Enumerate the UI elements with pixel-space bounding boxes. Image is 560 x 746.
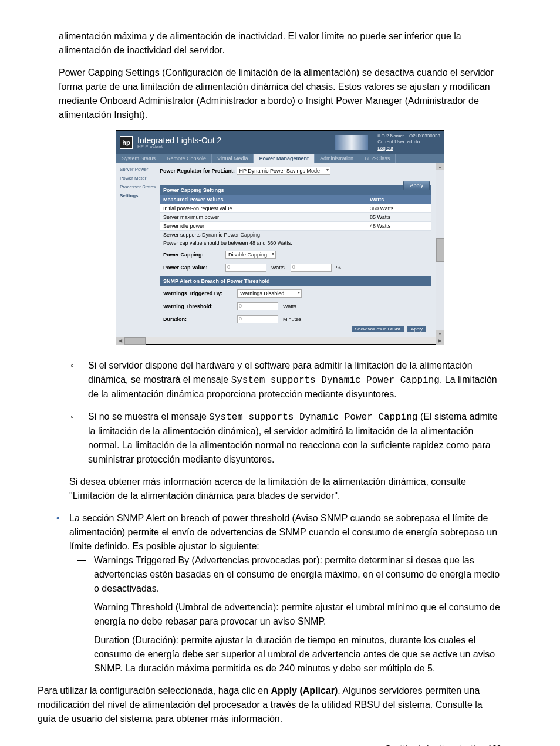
header-banner-image bbox=[335, 135, 368, 150]
hp-logo-icon: hp bbox=[120, 136, 133, 149]
warnings-triggered-label: Warnings Triggered By: bbox=[163, 291, 234, 296]
toggle-units-button[interactable]: Show values in Btu/hr bbox=[352, 326, 404, 332]
list-item: Si el servidor dispone del hardware y el… bbox=[88, 359, 501, 401]
regulator-select[interactable]: HP Dynamic Power Savings Mode bbox=[237, 167, 330, 175]
code-text: System supports Dynamic Power Capping bbox=[231, 375, 440, 386]
note-cap-range: Power cap value should be between 48 and… bbox=[160, 239, 431, 247]
app-subtitle: HP ProLiant bbox=[137, 144, 221, 149]
power-cap-value-label: Power Cap Value: bbox=[163, 265, 222, 271]
col-watts: Watts bbox=[366, 195, 431, 204]
top-tabs: System Status Remote Console Virtual Med… bbox=[116, 154, 444, 163]
sidebar-processor-states[interactable]: Processor States bbox=[120, 184, 156, 190]
current-user: Current User: admin bbox=[377, 139, 440, 145]
cell-value: 85 Watts bbox=[366, 213, 431, 221]
ilo-screenshot: hp Integrated Lights-Out 2 HP ProLiant i… bbox=[116, 130, 444, 345]
paragraph: Power Capping Settings (Configuración de… bbox=[59, 66, 501, 122]
tab-power-management[interactable]: Power Management bbox=[254, 154, 315, 163]
footer-section: Gestión de la alimentación bbox=[385, 744, 482, 746]
list-item: Si no se muestra el mensaje System suppo… bbox=[88, 410, 501, 467]
code-text: System supports Dynamic Power Capping bbox=[209, 412, 417, 423]
main-panel: Power Regulator for ProLiant: HP Dynamic… bbox=[157, 163, 436, 337]
paragraph: Si desea obtener más información acerca … bbox=[59, 475, 501, 503]
dash-list: Warnings Triggered By (Advertencias prov… bbox=[69, 553, 501, 676]
cell-label: Initial power-on request value bbox=[160, 204, 366, 212]
scroll-up-icon[interactable]: ▲ bbox=[436, 163, 444, 170]
sidebar: Server Power Power Meter Processor State… bbox=[116, 163, 157, 337]
scroll-left-icon[interactable]: ◀ bbox=[116, 337, 124, 345]
page-footer: Gestión de la alimentación 129 bbox=[59, 744, 501, 746]
minutes-unit: Minutes bbox=[283, 316, 302, 322]
percent-unit: % bbox=[336, 265, 341, 271]
warnings-triggered-select[interactable]: Warnings Disabled bbox=[237, 289, 302, 298]
warning-threshold-input[interactable]: 0 bbox=[237, 302, 278, 310]
list-item: Warning Threshold (Umbral de advertencia… bbox=[94, 600, 501, 629]
tab-remote-console[interactable]: Remote Console bbox=[161, 154, 212, 163]
power-capping-select[interactable]: Disable Capping bbox=[225, 251, 276, 259]
text: La sección SNMP Alert on breach of power… bbox=[69, 513, 497, 551]
text: Para utilizar la configuración seleccion… bbox=[38, 686, 271, 696]
regulator-label: Power Regulator for ProLiant: bbox=[160, 168, 235, 174]
ilo-name: iLO 2 Name: ILO2UX8330033 bbox=[377, 133, 440, 139]
duration-input[interactable]: 0 bbox=[237, 315, 278, 323]
app-title: Integrated Lights-Out 2 bbox=[137, 136, 221, 144]
circle-list: Si el servidor dispone del hardware y el… bbox=[59, 359, 501, 467]
sidebar-power-meter[interactable]: Power Meter bbox=[120, 175, 156, 181]
horizontal-scrollbar[interactable]: ◀ ▶ bbox=[116, 337, 444, 344]
paragraph: alimentación máxima y de alimentación de… bbox=[59, 29, 501, 58]
scroll-thumb[interactable] bbox=[124, 337, 146, 345]
bold-text: Apply (Aplicar) bbox=[271, 686, 338, 696]
header-user-info: iLO 2 Name: ILO2UX8330033 Current User: … bbox=[377, 133, 440, 151]
watts-unit: Watts bbox=[271, 265, 285, 271]
table-row: Server idle power 48 Watts bbox=[160, 222, 431, 231]
scroll-thumb[interactable] bbox=[436, 238, 444, 262]
power-cap-pct-input[interactable]: 0 bbox=[291, 264, 332, 272]
list-item: Warnings Triggered By (Advertencias prov… bbox=[94, 553, 501, 596]
watts-unit: Watts bbox=[283, 303, 296, 309]
tab-system-status[interactable]: System Status bbox=[116, 154, 161, 163]
scroll-down-icon[interactable]: ▼ bbox=[436, 330, 444, 337]
list-item: Duration (Duración): permite ajustar la … bbox=[94, 633, 501, 676]
apply-button-top[interactable]: Apply bbox=[403, 181, 430, 190]
footer-page-number: 129 bbox=[488, 744, 501, 746]
col-measured-values: Measured Power Values bbox=[160, 195, 366, 204]
duration-label: Duration: bbox=[163, 316, 234, 322]
ilo-window-header: hp Integrated Lights-Out 2 HP ProLiant i… bbox=[116, 131, 444, 154]
warning-threshold-label: Warning Threshold: bbox=[163, 303, 234, 309]
logout-link[interactable]: Log out bbox=[377, 146, 393, 151]
table-row: Initial power-on request value 360 Watts bbox=[160, 204, 431, 213]
section-power-capping-settings: Power Capping Settings bbox=[160, 185, 431, 195]
cell-label: Server idle power bbox=[160, 222, 366, 230]
bullet-list: La sección SNMP Alert on breach of power… bbox=[59, 511, 501, 676]
cell-label: Server maximum power bbox=[160, 213, 366, 221]
list-item: La sección SNMP Alert on breach of power… bbox=[69, 511, 501, 676]
cell-value: 360 Watts bbox=[366, 204, 431, 212]
apply-button-bottom[interactable]: Apply bbox=[407, 326, 426, 332]
cell-value: 48 Watts bbox=[366, 222, 431, 230]
note-dynamic-capping: Server supports Dynamic Power Capping bbox=[160, 231, 431, 239]
sidebar-settings[interactable]: Settings bbox=[120, 193, 156, 198]
table-row: Server maximum power 85 Watts bbox=[160, 213, 431, 222]
vertical-scrollbar[interactable]: ▲ ▼ bbox=[436, 163, 444, 337]
tab-virtual-media[interactable]: Virtual Media bbox=[212, 154, 254, 163]
tab-administration[interactable]: Administration bbox=[315, 154, 359, 163]
tab-bl-c-class[interactable]: BL c-Class bbox=[359, 154, 396, 163]
sidebar-server-power[interactable]: Server Power bbox=[120, 167, 156, 172]
power-cap-watts-input[interactable]: 0 bbox=[225, 264, 266, 272]
measured-table-head: Measured Power Values Watts bbox=[160, 195, 431, 204]
paragraph: Para utilizar la configuración seleccion… bbox=[38, 684, 501, 726]
section-snmp-alert: SNMP Alert on Breach of Power Threshold bbox=[160, 276, 431, 286]
power-capping-label: Power Capping: bbox=[163, 252, 222, 258]
text: Si no se muestra el mensaje bbox=[88, 411, 209, 421]
scroll-right-icon[interactable]: ▶ bbox=[436, 337, 444, 345]
